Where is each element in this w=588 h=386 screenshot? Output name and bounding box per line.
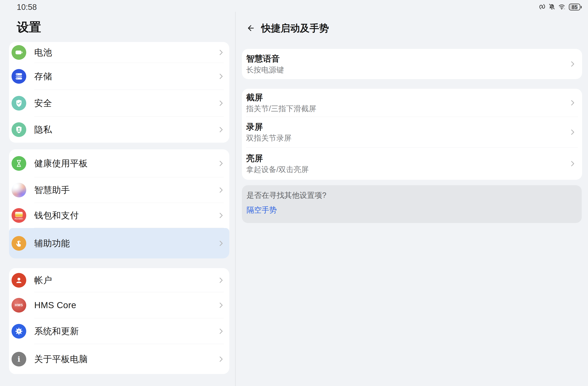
sidebar-item-wallet[interactable]: HUAWEI 钱包和支付 xyxy=(9,203,229,228)
sidebar-item-security[interactable]: 安全 xyxy=(9,90,229,117)
chevron-right-icon xyxy=(570,160,575,167)
chevron-right-icon xyxy=(218,100,224,106)
sidebar-item-label: 隐私 xyxy=(34,124,52,135)
sidebar-item-label: 辅助功能 xyxy=(34,237,70,249)
hms-text: HMS xyxy=(15,303,23,307)
settings-group-card: 电池 存储 xyxy=(9,42,229,143)
sidebar-item-digital-balance[interactable]: 健康使用平板 xyxy=(9,149,229,177)
detail-header: 快捷启动及手势 xyxy=(245,23,329,34)
setting-item-subtitle: 指关节/三指下滑截屏 xyxy=(246,104,582,113)
related-settings-hint: 是否在寻找其他设置项? 隔空手势 xyxy=(242,185,582,223)
sidebar-item-accessibility[interactable]: 辅助功能 xyxy=(9,228,229,258)
setting-item-screen-record[interactable]: 录屏 双指关节录屏 xyxy=(242,117,582,148)
setting-item-title: 亮屏 xyxy=(246,153,582,163)
sidebar-item-label: 钱包和支付 xyxy=(34,210,79,221)
storage-icon xyxy=(12,69,26,84)
sidebar-item-label: 安全 xyxy=(34,97,52,109)
detail-card: 智慧语音 长按电源键 xyxy=(242,49,582,79)
sidebar-item-about[interactable]: i 关于平板电脑 xyxy=(9,344,229,374)
settings-group-card: 帐户 HMS HMS Core xyxy=(9,268,229,374)
setting-item-ai-voice[interactable]: 智慧语音 长按电源键 xyxy=(242,49,582,79)
sidebar-item-system-update[interactable]: 系统和更新 xyxy=(9,318,229,344)
settings-app-screen: 10:58 xyxy=(0,0,588,386)
chevron-right-icon xyxy=(570,100,575,106)
sidebar-item-privacy[interactable]: 隐私 xyxy=(9,117,229,143)
chevron-right-icon xyxy=(218,73,224,79)
setting-item-screenshot[interactable]: 截屏 指关节/三指下滑截屏 xyxy=(242,89,582,117)
info-icon: i xyxy=(12,352,26,367)
sidebar-item-label: 电池 xyxy=(34,47,52,58)
sidebar-item-battery[interactable]: 电池 xyxy=(9,42,229,63)
chevron-right-icon xyxy=(218,212,224,219)
status-time: 10:58 xyxy=(17,3,37,11)
detail-title: 快捷启动及手势 xyxy=(261,23,329,34)
battery-icon xyxy=(12,45,26,60)
system-gear-icon xyxy=(12,324,26,339)
security-shield-icon xyxy=(12,96,26,111)
chevron-right-icon xyxy=(570,61,575,67)
sidebar-item-storage[interactable]: 存储 xyxy=(9,63,229,90)
assistant-sphere-icon xyxy=(12,183,26,197)
super-device-icon xyxy=(539,3,546,11)
sidebar-item-label: HMS Core xyxy=(34,300,76,310)
wifi-icon xyxy=(558,3,566,11)
detail-card: 截屏 指关节/三指下滑截屏 录屏 双指关节录屏 亮屏 拿起设备/双击亮屏 xyxy=(242,89,582,180)
chevron-right-icon xyxy=(218,49,224,56)
settings-group-card: 健康使用平板 智慧助手 HUAWEI 钱包和支付 xyxy=(9,149,229,258)
sidebar-item-label: 帐户 xyxy=(34,274,52,286)
hms-core-icon: HMS xyxy=(12,298,26,312)
pane-divider xyxy=(235,12,236,386)
battery-percent-text: 85 xyxy=(569,3,580,11)
sidebar-item-label: 关于平板电脑 xyxy=(34,353,88,365)
hourglass-icon xyxy=(12,156,26,171)
air-gesture-link[interactable]: 隔空手势 xyxy=(247,205,277,215)
setting-item-wake-screen[interactable]: 亮屏 拿起设备/双击亮屏 xyxy=(242,148,582,180)
accessibility-tap-icon xyxy=(12,236,26,251)
hint-question: 是否在寻找其他设置项? xyxy=(247,191,326,200)
chevron-right-icon xyxy=(218,127,224,133)
sidebar-item-label: 健康使用平板 xyxy=(34,157,88,169)
back-arrow-icon[interactable] xyxy=(245,23,255,33)
chevron-right-icon xyxy=(218,356,224,362)
setting-item-title: 智慧语音 xyxy=(246,54,582,64)
wallet-icon: HUAWEI xyxy=(12,208,26,223)
chevron-right-icon xyxy=(218,328,224,334)
account-person-icon xyxy=(12,273,26,288)
notifications-off-icon xyxy=(548,3,555,11)
sidebar-item-label: 智慧助手 xyxy=(34,184,70,196)
chevron-right-icon xyxy=(218,277,224,283)
privacy-shield-icon xyxy=(12,122,26,137)
chevron-right-icon xyxy=(570,129,575,135)
setting-item-title: 截屏 xyxy=(246,92,582,102)
sidebar-item-account[interactable]: 帐户 xyxy=(9,268,229,292)
setting-item-subtitle: 双指关节录屏 xyxy=(246,134,582,143)
sidebar-item-hms-core[interactable]: HMS HMS Core xyxy=(9,292,229,318)
setting-item-title: 录屏 xyxy=(246,122,582,132)
sidebar-item-label: 存储 xyxy=(34,71,52,82)
battery-status-icon: 85 xyxy=(569,3,582,11)
wallet-card-graphic xyxy=(15,212,23,217)
page-title: 设置 xyxy=(17,20,41,34)
chevron-right-icon xyxy=(218,187,224,193)
status-icons: 85 xyxy=(539,2,582,12)
wallet-brand-text: HUAWEI xyxy=(15,218,23,220)
info-i-text: i xyxy=(18,356,20,363)
setting-item-subtitle: 拿起设备/双击亮屏 xyxy=(246,165,582,174)
setting-item-subtitle: 长按电源键 xyxy=(246,65,582,75)
sidebar-item-label: 系统和更新 xyxy=(34,325,79,337)
chevron-right-icon xyxy=(218,160,224,167)
sidebar-item-ai-assistant[interactable]: 智慧助手 xyxy=(9,177,229,203)
chevron-right-icon xyxy=(218,240,224,247)
chevron-right-icon xyxy=(218,302,224,309)
